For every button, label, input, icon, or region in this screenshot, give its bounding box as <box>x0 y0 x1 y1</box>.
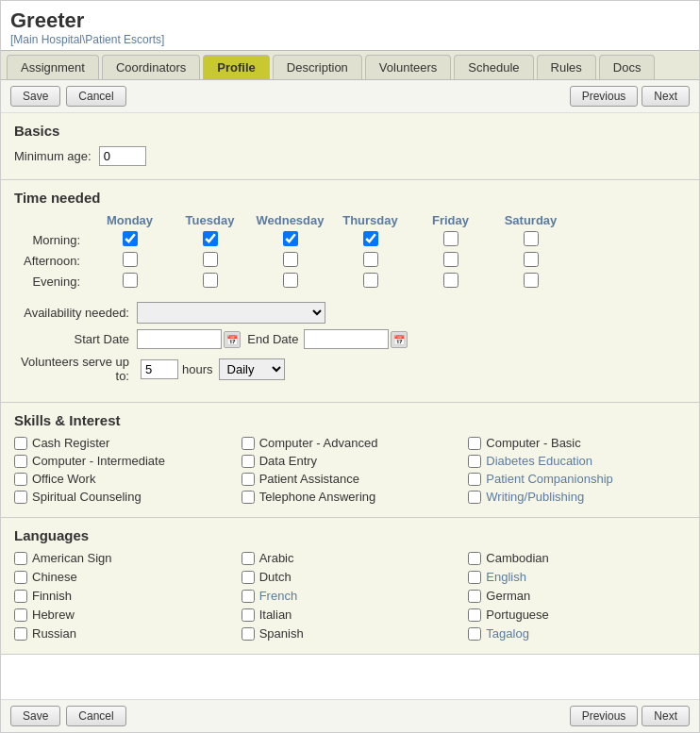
language-checkbox[interactable] <box>242 627 255 641</box>
time-checkbox[interactable] <box>524 252 539 267</box>
tab-rules[interactable]: Rules <box>537 55 596 79</box>
end-date-calendar-icon[interactable]: 📅 <box>391 331 408 348</box>
time-checkbox[interactable] <box>524 231 539 246</box>
tab-profile[interactable]: Profile <box>203 55 269 79</box>
basics-section: Basics Minimum age: <box>1 113 699 180</box>
language-item: Cambodian <box>468 551 686 565</box>
toolbar-left: Save Cancel <box>10 86 126 107</box>
tab-docs[interactable]: Docs <box>599 55 656 79</box>
language-checkbox[interactable] <box>14 552 27 565</box>
language-checkbox[interactable] <box>14 590 27 603</box>
start-date-calendar-icon[interactable]: 📅 <box>224 331 241 348</box>
previous-button-top[interactable]: Previous <box>570 86 639 107</box>
tab-description[interactable]: Description <box>273 55 362 79</box>
start-date-input[interactable] <box>137 329 222 349</box>
skill-item: Patient Companionship <box>468 472 686 486</box>
language-checkbox[interactable] <box>14 571 27 584</box>
time-cell <box>170 231 250 249</box>
language-checkbox[interactable] <box>242 571 255 584</box>
next-button-top[interactable]: Next <box>642 86 690 107</box>
language-checkbox[interactable] <box>468 552 481 565</box>
hours-input[interactable] <box>141 359 178 379</box>
skill-item: Cash Register <box>14 436 232 450</box>
language-checkbox[interactable] <box>468 571 481 584</box>
time-checkbox[interactable] <box>443 252 458 267</box>
avail-row: Availability needed: <box>14 302 686 324</box>
skill-checkbox[interactable] <box>468 455 481 468</box>
basics-title: Basics <box>14 123 686 139</box>
tab-assignment[interactable]: Assignment <box>7 55 99 79</box>
time-checkbox[interactable] <box>123 273 138 288</box>
skill-label: Patient Companionship <box>486 472 612 486</box>
skill-checkbox[interactable] <box>242 491 255 504</box>
language-label: Hebrew <box>32 608 75 622</box>
toolbar-right: Previous Next <box>570 86 690 107</box>
skill-checkbox[interactable] <box>14 437 27 450</box>
next-button-bottom[interactable]: Next <box>642 706 690 726</box>
save-button-bottom[interactable]: Save <box>10 706 60 726</box>
language-checkbox[interactable] <box>242 608 255 622</box>
cancel-button-top[interactable]: Cancel <box>66 86 125 107</box>
time-checkbox[interactable] <box>363 273 378 288</box>
availability-select[interactable] <box>137 302 325 324</box>
time-cell <box>250 231 330 249</box>
time-checkbox[interactable] <box>443 273 458 288</box>
time-cell <box>90 252 170 270</box>
language-checkbox[interactable] <box>242 552 255 565</box>
previous-button-bottom[interactable]: Previous <box>570 706 639 726</box>
skill-checkbox[interactable] <box>14 473 27 486</box>
skill-checkbox[interactable] <box>14 491 27 504</box>
languages-title: Languages <box>14 527 686 543</box>
language-checkbox[interactable] <box>468 590 481 603</box>
skill-checkbox[interactable] <box>242 455 255 468</box>
time-checkbox[interactable] <box>363 231 378 246</box>
skill-label: Patient Assistance <box>259 472 359 486</box>
language-checkbox[interactable] <box>14 608 27 622</box>
skill-item: Patient Assistance <box>242 472 459 486</box>
time-checkbox[interactable] <box>203 231 218 246</box>
skill-checkbox[interactable] <box>468 491 481 504</box>
language-checkbox[interactable] <box>14 627 27 641</box>
page-wrapper: Greeter [Main Hospital\Patient Escorts] … <box>0 0 700 733</box>
language-item: German <box>468 589 686 603</box>
languages-grid: American SignArabicCambodianChineseDutch… <box>14 551 686 641</box>
time-checkbox[interactable] <box>123 252 138 267</box>
time-checkbox[interactable] <box>203 273 218 288</box>
skill-checkbox[interactable] <box>242 473 255 486</box>
language-checkbox[interactable] <box>242 590 255 603</box>
time-checkbox[interactable] <box>123 231 138 246</box>
frequency-select[interactable]: Daily Weekly Monthly <box>219 358 285 380</box>
time-checkbox[interactable] <box>363 252 378 267</box>
skill-checkbox[interactable] <box>14 455 27 468</box>
tab-coordinators[interactable]: Coordinators <box>102 55 200 79</box>
min-age-input[interactable] <box>99 146 146 166</box>
language-label: Dutch <box>259 570 292 584</box>
time-checkbox[interactable] <box>443 231 458 246</box>
skill-item: Computer - Basic <box>468 436 686 450</box>
skill-checkbox[interactable] <box>468 473 481 486</box>
language-checkbox[interactable] <box>468 608 481 622</box>
save-button-top[interactable]: Save <box>10 86 60 107</box>
skill-item: Computer - Intermediate <box>14 454 232 468</box>
day-headers: MondayTuesdayWednesdayThursdayFridaySatu… <box>90 213 686 227</box>
time-cell <box>330 231 410 249</box>
end-date-input[interactable] <box>304 329 389 349</box>
skill-item: Telephone Answering <box>242 490 459 504</box>
time-cell <box>491 252 571 270</box>
time-checkbox[interactable] <box>524 273 539 288</box>
skill-checkbox[interactable] <box>242 437 255 450</box>
tab-schedule[interactable]: Schedule <box>454 55 533 79</box>
skill-checkbox[interactable] <box>468 437 481 450</box>
tab-volunteers[interactable]: Volunteers <box>365 55 451 79</box>
availability-label: Availability needed: <box>14 306 137 320</box>
time-needed-title: Time needed <box>14 190 686 206</box>
time-checkbox[interactable] <box>283 231 298 246</box>
cancel-button-bottom[interactable]: Cancel <box>66 706 125 726</box>
time-checkbox[interactable] <box>283 273 298 288</box>
language-checkbox[interactable] <box>468 627 481 641</box>
time-checkbox[interactable] <box>203 252 218 267</box>
main-content: Basics Minimum age: Time needed MondayTu… <box>1 113 699 699</box>
skill-item: Data Entry <box>242 454 459 468</box>
language-label: English <box>486 570 526 584</box>
time-checkbox[interactable] <box>283 252 298 267</box>
